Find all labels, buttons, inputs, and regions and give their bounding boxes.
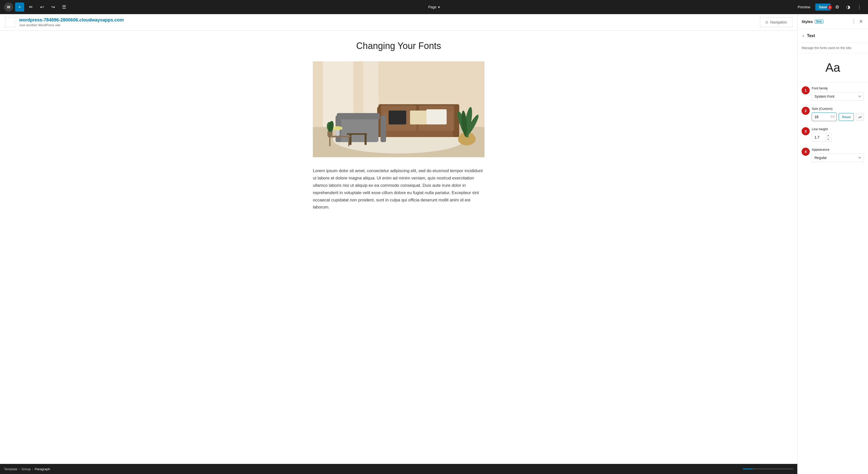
step-2-indicator: 2 [802, 107, 810, 115]
bottom-bar: Template › Group › Paragraph [0, 464, 797, 474]
appearance-control: Appearance Regular Bold Italic Bold Ital… [812, 148, 864, 162]
line-height-spinners: ▲ ▼ [826, 133, 830, 141]
svg-rect-30 [336, 129, 340, 136]
svg-rect-17 [380, 116, 386, 142]
svg-rect-29 [348, 137, 349, 146]
svg-rect-20 [365, 135, 367, 145]
scroll-indicator [743, 469, 793, 470]
save-badge: 5 [828, 5, 832, 9]
size-control: Size (Custom) PX Reset ⇌ [812, 107, 864, 121]
scroll-thumb [743, 469, 753, 470]
svg-rect-12 [410, 110, 428, 124]
undo-button[interactable]: ↩ [37, 2, 46, 11]
aa-preview: Aa [798, 53, 868, 82]
size-input-wrap: PX [812, 113, 837, 121]
add-block-button[interactable]: + [15, 2, 24, 11]
toolbar: W + ✏ ↩ ↪ ☰ Page ▾ Preview Save 5 ⚙ ◑ ⋮ [0, 0, 868, 14]
site-info: wordpress-784896-2800606.cloudwaysapps.c… [19, 18, 124, 27]
sidebar-more-button[interactable]: ⋮ [850, 18, 857, 25]
redo-button[interactable]: ↪ [49, 2, 58, 11]
save-wrap: Save 5 [815, 3, 831, 10]
styles-label: Styles [802, 20, 813, 24]
sidebar-close-button[interactable]: ✕ [858, 18, 864, 25]
line-height-control: Line height ▲ ▼ [812, 127, 864, 141]
line-height-label: Line height [812, 127, 864, 131]
breadcrumb-sep-2: › [32, 467, 33, 471]
navigation-label: Navigation [770, 20, 787, 24]
line-height-up-button[interactable]: ▲ [826, 133, 830, 137]
page-image [313, 61, 485, 157]
line-height-down-button[interactable]: ▼ [826, 137, 830, 141]
canvas-area: wordpress-784896-2800606.cloudwaysapps.c… [0, 14, 797, 474]
more-options-button[interactable]: ⋮ [855, 2, 864, 11]
controls-area: 1 Font family System Font Sans Serif Ser… [798, 82, 868, 474]
size-label: Size (Custom) [812, 107, 864, 110]
font-family-select[interactable]: System Font Sans Serif Serif Monospace [812, 92, 864, 101]
navigation-block[interactable]: ⊙ Navigation [760, 18, 792, 27]
breadcrumb-template[interactable]: Template [4, 467, 18, 471]
preview-button[interactable]: Preview [795, 3, 813, 10]
size-row-wrapper: 2 Size (Custom) PX Reset ⇌ [802, 107, 864, 121]
wp-logo: W [4, 2, 13, 11]
svg-rect-18 [347, 133, 367, 135]
font-family-label: Font family [812, 86, 864, 90]
step-1-indicator: 1 [802, 86, 810, 94]
line-height-input[interactable] [812, 133, 826, 141]
page-content: Changing Your Fonts [0, 31, 797, 464]
appearance-label: Appearance [812, 148, 864, 152]
appearance-button[interactable]: ◑ [844, 2, 853, 11]
room-illustration [313, 61, 485, 157]
appearance-row: 4 Appearance Regular Bold Italic Bold It… [802, 148, 864, 162]
font-family-row: 1 Font family System Font Sans Serif Ser… [802, 86, 864, 101]
breadcrumb-group[interactable]: Group [22, 467, 31, 471]
appearance-select[interactable]: Regular Bold Italic Bold Italic [812, 154, 864, 162]
sidebar-back-button[interactable]: ‹ [802, 33, 805, 39]
toolbar-right: Preview Save 5 ⚙ ◑ ⋮ [795, 2, 864, 11]
svg-rect-28 [329, 137, 331, 146]
breadcrumb-paragraph[interactable]: Paragraph [35, 467, 50, 471]
sidebar-header-actions: ⋮ ✕ [850, 18, 864, 25]
svg-rect-11 [389, 110, 406, 124]
reset-button[interactable]: Reset [839, 113, 854, 121]
page-selector[interactable]: Page ▾ [428, 5, 440, 9]
page-title: Changing Your Fonts [15, 41, 782, 51]
svg-rect-13 [427, 109, 446, 124]
step-3-indicator: 3 [802, 127, 810, 135]
svg-rect-15 [337, 113, 380, 119]
sidebar-panel-title: Text [807, 34, 815, 38]
main-layout: wordpress-784896-2800606.cloudwaysapps.c… [0, 14, 868, 474]
size-unit: PX [831, 115, 835, 119]
site-favicon [5, 17, 15, 27]
breadcrumb-sep-1: › [19, 467, 20, 471]
line-height-input-wrap: ▲ ▼ [812, 133, 832, 141]
svg-point-31 [333, 126, 343, 130]
step-4-indicator: 4 [802, 148, 810, 156]
edit-button[interactable]: ✏ [26, 2, 35, 11]
settings-button[interactable]: ⚙ [833, 2, 842, 11]
styles-sidebar: Styles Beta ⋮ ✕ ‹ Text Manage the fonts … [797, 14, 868, 474]
site-tagline: Just another WordPress site [19, 23, 124, 27]
font-family-control: Font family System Font Sans Serif Serif… [812, 86, 864, 101]
browser-bar: wordpress-784896-2800606.cloudwaysapps.c… [0, 14, 797, 31]
svg-rect-14 [338, 117, 378, 142]
list-view-button[interactable]: ☰ [60, 2, 69, 11]
beta-badge: Beta [815, 20, 823, 24]
size-icon-button[interactable]: ⇌ [856, 113, 864, 121]
line-height-row: 3 Line height ▲ ▼ [802, 127, 864, 141]
site-url[interactable]: wordpress-784896-2800606.cloudwaysapps.c… [19, 18, 124, 23]
navigation-icon: ⊙ [765, 20, 768, 24]
size-input-row: PX Reset ⇌ [812, 113, 864, 121]
page-body-text: Lorem ipsum dolor sit amet, consectetur … [313, 167, 485, 211]
sidebar-description: Manage the fonts used on the site. [798, 43, 868, 53]
aa-text: Aa [825, 61, 840, 74]
sidebar-text-header: ‹ Text [798, 29, 868, 43]
sidebar-top-header: Styles Beta ⋮ ✕ [798, 14, 868, 29]
